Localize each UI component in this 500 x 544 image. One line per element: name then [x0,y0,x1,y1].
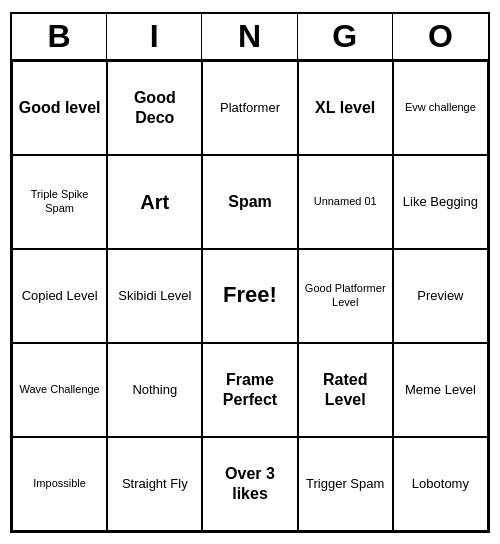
header-letter: B [12,14,107,59]
bingo-cell: Good level [12,61,107,155]
bingo-card: BINGO Good levelGood DecoPlatformerXL le… [10,12,490,533]
bingo-cell: Unnamed 01 [298,155,393,249]
bingo-cell: Frame Perfect [202,343,297,437]
bingo-cell: Rated Level [298,343,393,437]
bingo-grid: Good levelGood DecoPlatformerXL levelEvw… [12,61,488,531]
bingo-cell: Platformer [202,61,297,155]
header-letter: G [298,14,393,59]
header-letter: N [202,14,297,59]
bingo-cell: Meme Level [393,343,488,437]
bingo-cell: Preview [393,249,488,343]
bingo-cell: Lobotomy [393,437,488,531]
bingo-cell: Over 3 likes [202,437,297,531]
bingo-cell: Wave Challenge [12,343,107,437]
bingo-cell: Triple Spike Spam [12,155,107,249]
bingo-cell: Spam [202,155,297,249]
bingo-cell: Skibidi Level [107,249,202,343]
bingo-header: BINGO [12,14,488,61]
bingo-cell: Art [107,155,202,249]
bingo-cell: XL level [298,61,393,155]
bingo-cell: Evw challenge [393,61,488,155]
bingo-cell: Impossible [12,437,107,531]
header-letter: I [107,14,202,59]
bingo-cell: Free! [202,249,297,343]
bingo-cell: Like Begging [393,155,488,249]
bingo-cell: Nothing [107,343,202,437]
bingo-cell: Straight Fly [107,437,202,531]
bingo-cell: Good Platformer Level [298,249,393,343]
header-letter: O [393,14,488,59]
bingo-cell: Good Deco [107,61,202,155]
bingo-cell: Trigger Spam [298,437,393,531]
bingo-cell: Copied Level [12,249,107,343]
